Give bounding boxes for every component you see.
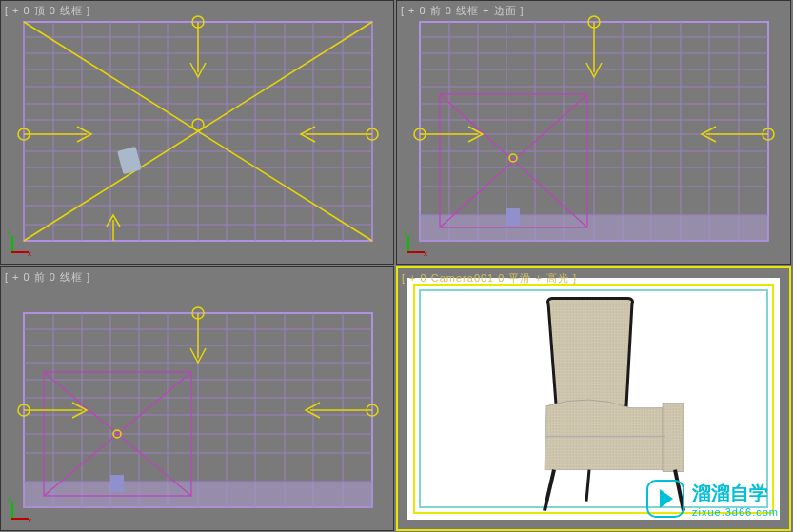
object-marker bbox=[110, 475, 124, 492]
object-marker bbox=[506, 208, 520, 226]
viewport-front-edged-label: [ + 0 前 0 线框 + 边面 ] bbox=[401, 4, 525, 18]
svg-rect-91 bbox=[24, 482, 372, 507]
viewport-front[interactable]: [ + 0 前 0 线框 ] bbox=[0, 266, 394, 531]
viewport-front-label: [ + 0 前 0 线框 ] bbox=[5, 270, 90, 285]
watermark-play-icon bbox=[646, 480, 684, 518]
axis-gizmo: z x bbox=[9, 227, 37, 256]
watermark-title: 溜溜自学 bbox=[692, 481, 779, 506]
viewport-camera-label: [ + 0 Camera001 0 平滑 + 高光 ] bbox=[402, 271, 577, 286]
viewport-top-canvas bbox=[1, 1, 394, 265]
axis-gizmo: z x bbox=[405, 227, 433, 256]
viewport-front-canvas bbox=[1, 267, 394, 531]
viewport-top-label: [ + 0 顶 0 线框 ] bbox=[5, 4, 90, 18]
watermark-url: zixue.3d66.com bbox=[692, 506, 779, 518]
viewport-top[interactable]: [ + 0 顶 0 线框 ] bbox=[0, 0, 394, 265]
viewport-front-edged[interactable]: [ + 0 前 0 线框 + 边面 ] bbox=[396, 0, 791, 265]
axis-gizmo: z x bbox=[9, 494, 37, 522]
svg-rect-105 bbox=[663, 404, 684, 472]
watermark: 溜溜自学 zixue.3d66.com bbox=[646, 480, 779, 518]
viewport-front-edged-canvas bbox=[397, 1, 791, 265]
svg-line-107 bbox=[545, 470, 554, 511]
svg-line-109 bbox=[586, 470, 589, 502]
